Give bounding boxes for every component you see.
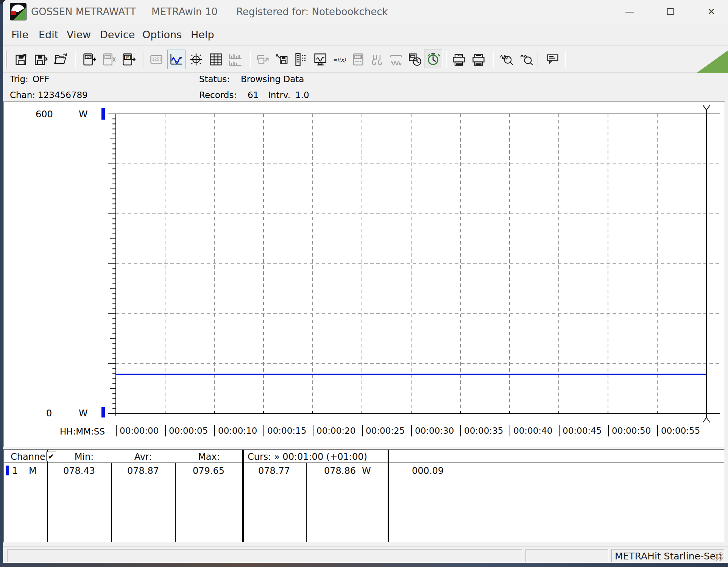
- cursor-value-unit: W: [362, 466, 371, 476]
- close-button[interactable]: ✕: [698, 4, 725, 20]
- maximize-button[interactable]: ☐: [657, 4, 684, 20]
- status-panel-device: METRAHit Starline-Seri: [611, 549, 725, 562]
- menu-device[interactable]: Device: [100, 29, 135, 40]
- menu-file[interactable]: File: [11, 29, 28, 40]
- x-axis-tick-labels: 00:00:0000:00:0500:00:1000:00:1500:00:20…: [4, 425, 724, 437]
- toolbar-separator: [446, 51, 447, 68]
- annotation-button[interactable]: [544, 50, 562, 69]
- x-tick-label: 00:00:25: [362, 425, 405, 436]
- svg-text:321: 321: [355, 55, 362, 59]
- zoom-in-curve-button[interactable]: [497, 50, 516, 69]
- x-tick-label: 00:00:15: [263, 425, 306, 436]
- cursor-value-b: 078.86: [324, 466, 356, 476]
- table-header-max: Max:: [198, 452, 220, 462]
- monitor-view-button[interactable]: [311, 50, 329, 69]
- title-app: METRAwin 10: [151, 6, 218, 17]
- device-name: METRAHit Starline-Seri: [615, 551, 722, 562]
- table-column-divider: [306, 463, 307, 542]
- table-header-avr: Avr:: [134, 452, 152, 462]
- channel-visible-checkbox[interactable]: ✔: [46, 452, 56, 461]
- table-column-divider: [388, 450, 389, 542]
- table-header-cursor: Curs: » 00:01:00 (+01:00): [248, 452, 367, 462]
- x-tick-label: 00:00:55: [657, 425, 700, 436]
- x-tick-label: 00:00:40: [510, 425, 552, 436]
- max-value: 079.65: [193, 466, 224, 476]
- svg-text:M: M: [126, 55, 129, 59]
- read-device-321-button[interactable]: 321: [80, 50, 98, 69]
- chan-value: 123456789: [38, 90, 88, 100]
- formula-button[interactable]: =f(x): [330, 50, 348, 69]
- x-tick-label: 00:00:35: [460, 425, 503, 436]
- table-view-button[interactable]: [207, 50, 225, 69]
- save-file-button[interactable]: [12, 50, 30, 69]
- trig-value: OFF: [33, 74, 50, 84]
- metrawin-corner-logo: [697, 49, 728, 73]
- chart-panel[interactable]: 600 W 0 W HH:MM:SS 00:00:0000:00:0500:00…: [3, 101, 725, 447]
- measurement-table: Channel: ✔ Min: Avr: Max: Curs: » 00:01:…: [3, 449, 725, 543]
- print-list-button[interactable]: [469, 50, 488, 69]
- menu-options[interactable]: Options: [142, 29, 182, 40]
- cursor-value-a: 078.77: [258, 466, 290, 476]
- zoom-out-curve-button[interactable]: [517, 50, 535, 69]
- value-list-button[interactable]: [292, 50, 310, 69]
- desktop-edge: [0, 563, 728, 567]
- x-tick-label: 00:00:20: [313, 425, 355, 436]
- toolbar-separator: [75, 51, 76, 68]
- metrawin-application: GOSSEN METRAWATT METRAwin 10 Registered …: [0, 0, 728, 567]
- trig-label: Trig:: [10, 74, 28, 84]
- title-registered: Registered for: Notebookcheck: [236, 6, 388, 17]
- menu-view[interactable]: View: [67, 29, 91, 40]
- table-column-divider: [242, 450, 244, 542]
- save-to-device-button[interactable]: [273, 50, 292, 69]
- resize-grip-icon[interactable]: [714, 552, 723, 561]
- menu-edit[interactable]: Edit: [39, 29, 58, 40]
- title-bar: GOSSEN METRAWATT METRAwin 10 Registered …: [3, 0, 728, 23]
- print-chart-button[interactable]: [450, 50, 468, 69]
- toolbar-separator: [565, 51, 566, 68]
- read-memory-button[interactable]: M: [120, 50, 138, 69]
- avr-value: 078.87: [127, 466, 159, 476]
- disconnect-device-32i-button[interactable]: 32i: [100, 50, 118, 69]
- channel-number: 1: [12, 466, 18, 476]
- title-brand: GOSSEN METRAWATT: [31, 6, 136, 17]
- clock-transfer-button[interactable]: [406, 50, 424, 69]
- svg-text:32i: 32i: [105, 55, 111, 59]
- xy-view-button[interactable]: [187, 50, 205, 69]
- x-tick-label: 00:00:00: [116, 425, 159, 436]
- records-value: 61: [248, 90, 259, 100]
- toolbar-separator: [250, 51, 251, 68]
- min-value: 078.43: [63, 466, 95, 476]
- x-tick-label: 00:00:10: [214, 425, 257, 436]
- export-chart-button[interactable]: [254, 50, 273, 69]
- status-value: Browsing Data: [241, 74, 304, 84]
- open-file-button[interactable]: [51, 50, 70, 69]
- status-panel-mid: [525, 549, 609, 562]
- save-data-as-button[interactable]: [32, 50, 50, 69]
- minimize-button[interactable]: —: [616, 4, 643, 20]
- toolbar: 321 32i M 1257: [3, 45, 728, 73]
- timer-active-button[interactable]: [424, 50, 442, 69]
- probes-button[interactable]: [368, 50, 386, 69]
- table-column-divider: [111, 463, 112, 542]
- toolbar-grip[interactable]: [5, 50, 7, 69]
- chart-view-button[interactable]: [167, 50, 186, 69]
- plot-area[interactable]: [4, 102, 724, 447]
- x-tick-label: 00:00:45: [559, 425, 602, 436]
- status-panel-main: [7, 549, 522, 562]
- table-header-channel: Channel:: [11, 452, 51, 462]
- info-bar: Trig: OFF Chan: 123456789 Status: Browsi…: [3, 73, 728, 101]
- envelope-curve-button[interactable]: [387, 50, 405, 69]
- channel-mode: M: [29, 466, 37, 476]
- interval-value: 1.0: [295, 90, 309, 100]
- menu-help[interactable]: Help: [191, 29, 214, 40]
- svg-text:=f(x): =f(x): [333, 57, 346, 63]
- toolbar-separator: [538, 51, 538, 68]
- toolbar-separator: [143, 51, 144, 68]
- records-label: Records:: [199, 90, 237, 100]
- x-tick-label: 00:00:30: [411, 425, 454, 436]
- delta-value: 000.09: [412, 466, 444, 476]
- digital-display-button[interactable]: 1257: [148, 50, 166, 69]
- menu-bar: File Edit View Device Options Help: [3, 23, 728, 45]
- display-321-button[interactable]: 321: [349, 50, 367, 69]
- histogram-view-button[interactable]: [226, 50, 245, 69]
